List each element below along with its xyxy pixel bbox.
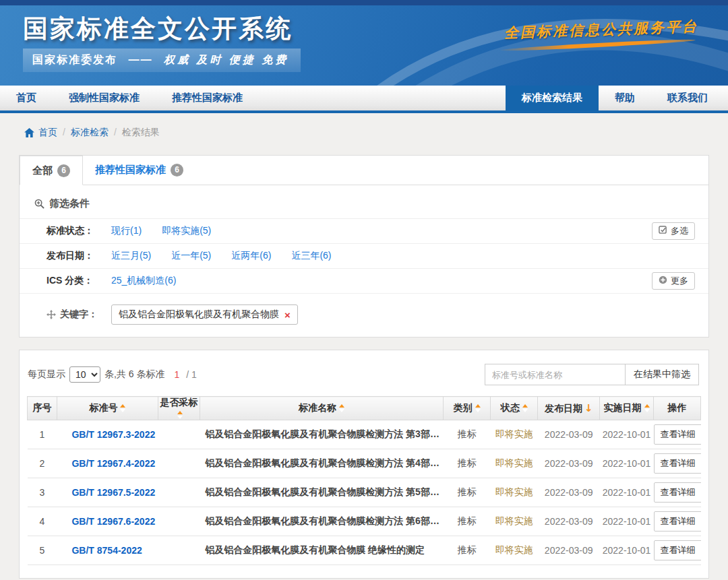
- filter-option-近三年(6)[interactable]: 近三年(6): [291, 250, 331, 262]
- cell-adopted: [158, 507, 200, 536]
- cell-category: 推标: [444, 449, 491, 478]
- cell-standard-name: 铝及铝合金阳极氧化膜及有机聚合物膜检测方法 第6部分：色...: [200, 507, 444, 536]
- keyword-tag: 铝及铝合金阳极氧化膜及有机聚合物膜 ×: [111, 304, 298, 325]
- cell-standard-code[interactable]: GB/T 8754-2022: [57, 536, 158, 565]
- filter-option-近一年(5)[interactable]: 近一年(5): [171, 250, 211, 262]
- cell-status: 即将实施: [491, 420, 538, 449]
- banner-subtitle: 国家标准委发布 —— 权威 及时 便捷 免费: [23, 49, 301, 72]
- filter-in-results-button[interactable]: 在结果中筛选: [625, 364, 699, 385]
- column-header-标准名称[interactable]: 标准名称: [200, 397, 444, 420]
- sort-arrows-icon[interactable]: [177, 411, 183, 419]
- nav-item-强制性国家标准[interactable]: 强制性国家标准: [53, 86, 156, 110]
- filter-option-现行(1)[interactable]: 现行(1): [111, 225, 142, 237]
- filter-options: 近三月(5)近一年(5)近两年(6)近三年(6): [111, 250, 695, 262]
- sort-arrows-icon[interactable]: [120, 404, 125, 412]
- cell-standard-code[interactable]: GB/T 12967.4-2022: [57, 449, 158, 478]
- sort-down-arrow: [522, 409, 528, 412]
- column-header-发布日期[interactable]: 发布日期↓: [538, 397, 600, 420]
- cell-status: 即将实施: [491, 449, 538, 478]
- column-label: 实施日期: [604, 402, 642, 413]
- per-page-select[interactable]: 10: [69, 366, 100, 383]
- sort-arrows-icon[interactable]: [522, 404, 528, 412]
- column-header-类别[interactable]: 类别: [444, 397, 491, 420]
- results-panel: 每页显示 10 条,共 6 条标准 1 / 1 在结果中筛选 序号标准号是否采标…: [19, 350, 709, 579]
- column-label: 类别: [454, 402, 473, 413]
- column-header-标准号[interactable]: 标准号: [57, 397, 158, 420]
- sort-up-arrow: [644, 404, 650, 408]
- sort-up-arrow: [339, 404, 344, 408]
- nav-item-标准检索结果[interactable]: 标准检索结果: [506, 86, 599, 110]
- filter-option-近两年(6)[interactable]: 近两年(6): [231, 250, 271, 262]
- move-arrows-icon: [47, 310, 56, 319]
- cell-action: 查看详细: [654, 478, 701, 507]
- breadcrumb-item-标准检索[interactable]: 标准检索: [71, 127, 109, 137]
- cell-implement-date: 2022-10-01: [600, 536, 654, 565]
- cell-standard-code[interactable]: GB/T 12967.6-2022: [57, 507, 158, 536]
- sort-arrows-icon[interactable]: [644, 404, 650, 412]
- sort-arrows-icon[interactable]: [475, 404, 481, 412]
- breadcrumb-separator: /: [114, 127, 117, 137]
- sort-desc-icon[interactable]: ↓: [584, 402, 593, 414]
- sort-down-arrow: [339, 409, 344, 412]
- cell-action: 查看详细: [654, 449, 701, 478]
- column-label: 是否采标: [160, 397, 198, 408]
- cell-implement-date: 2022-10-01: [600, 478, 654, 507]
- filter-action-多选[interactable]: 多选: [652, 222, 695, 240]
- nav-item-联系我们[interactable]: 联系我们: [651, 86, 724, 110]
- cell-adopted: [158, 478, 200, 507]
- cell-implement-date: 2022-10-01: [600, 420, 654, 449]
- filter-option-即将实施(5)[interactable]: 即将实施(5): [162, 225, 211, 237]
- cell-standard-name: 铝及铝合金阳极氧化膜及有机聚合物膜检测方法 第3部分：盐...: [200, 420, 444, 449]
- keyword-label: 关键字：: [60, 309, 98, 321]
- cell-standard-name: 铝及铝合金阳极氧化膜及有机聚合物膜检测方法 第4部分：耐...: [200, 449, 444, 478]
- cell-standard-code[interactable]: GB/T 12967.5-2022: [57, 478, 158, 507]
- filter-action-label: 更多: [671, 275, 688, 287]
- banner-top-strip: [0, 0, 728, 5]
- cell-action: 查看详细: [654, 536, 701, 565]
- cell-status: 即将实施: [491, 536, 538, 565]
- cell-index: 3: [28, 478, 57, 507]
- tab-label: 全部: [32, 164, 53, 177]
- sort-arrows-icon[interactable]: [339, 404, 344, 412]
- breadcrumb-item-首页[interactable]: 首页: [38, 127, 57, 137]
- column-label: 标准名称: [299, 402, 336, 413]
- cell-category: 推标: [444, 478, 491, 507]
- cell-standard-code[interactable]: GB/T 12967.3-2022: [57, 420, 158, 449]
- filter-option-25_机械制造(6)[interactable]: 25_机械制造(6): [111, 275, 176, 287]
- home-icon: [24, 128, 34, 137]
- filter-action-更多[interactable]: 更多: [652, 272, 695, 290]
- site-title: 国家标准全文公开系统: [23, 12, 293, 46]
- sort-down-arrow: [475, 409, 481, 412]
- tab-推荐性国家标准[interactable]: 推荐性国家标准6: [83, 155, 195, 185]
- tab-全部[interactable]: 全部6: [20, 156, 83, 185]
- sort-up-arrow: [120, 404, 125, 408]
- sort-down-arrow: [120, 409, 125, 412]
- plus-circle-icon: [659, 276, 667, 286]
- filter-row-发布日期: 发布日期：近三月(5)近一年(5)近两年(6)近三年(6): [20, 244, 708, 269]
- cell-publish-date: 2022-03-09: [538, 536, 600, 565]
- nav-item-推荐性国家标准[interactable]: 推荐性国家标准: [156, 86, 259, 110]
- column-header-状态[interactable]: 状态: [491, 397, 538, 420]
- cell-standard-name: 铝及铝合金阳极氧化膜及有机聚合物膜检测方法 第5部分：抗...: [200, 478, 444, 507]
- column-header-实施日期[interactable]: 实施日期: [600, 397, 654, 420]
- nav-item-首页[interactable]: 首页: [0, 86, 53, 110]
- column-header-是否采标[interactable]: 是否采标: [158, 397, 200, 420]
- view-detail-button[interactable]: 查看详细: [654, 511, 701, 531]
- view-detail-button[interactable]: 查看详细: [654, 482, 701, 503]
- breadcrumb-item-检索结果: 检索结果: [122, 127, 160, 137]
- tag-close-icon[interactable]: ×: [284, 310, 291, 320]
- cell-index: 5: [28, 536, 57, 565]
- column-header-操作[interactable]: 操作: [654, 397, 701, 420]
- column-label: 状态: [501, 402, 520, 413]
- view-detail-button[interactable]: 查看详细: [654, 453, 701, 474]
- page-current: 1: [174, 369, 179, 380]
- cell-implement-date: 2022-10-01: [600, 449, 654, 478]
- filter-option-近三月(5)[interactable]: 近三月(5): [111, 250, 151, 262]
- results-count: 条,共 6 条标准: [104, 368, 164, 381]
- column-header-序号[interactable]: 序号: [28, 397, 57, 420]
- cell-publish-date: 2022-03-09: [538, 420, 600, 449]
- view-detail-button[interactable]: 查看详细: [654, 424, 701, 445]
- result-filter-input[interactable]: [485, 364, 625, 385]
- nav-item-帮助[interactable]: 帮助: [599, 86, 651, 110]
- view-detail-button[interactable]: 查看详细: [654, 540, 701, 560]
